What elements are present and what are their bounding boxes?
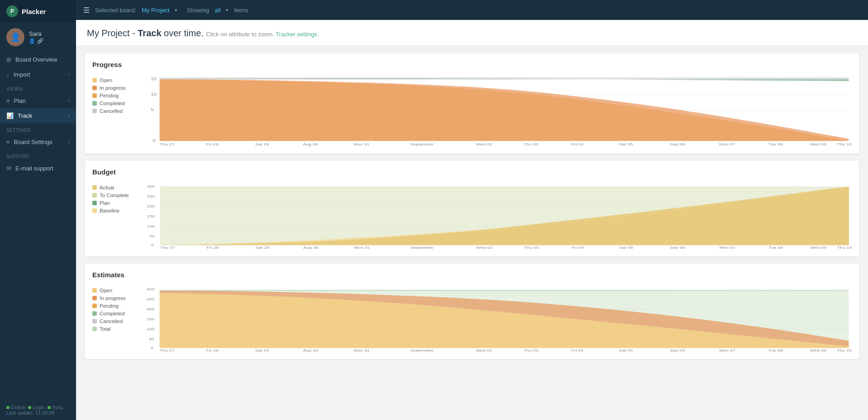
svg-text:Thu 10: Thu 10 [837, 246, 852, 249]
svg-text:Mon 31: Mon 31 [353, 142, 369, 146]
sidebar-item-track[interactable]: 📊 Track ‹ [0, 108, 76, 123]
plan-dot [92, 201, 97, 205]
open-label: Open [100, 77, 112, 83]
content-area: My Project - Track over time. Click on a… [76, 20, 868, 420]
sidebar: P Placker 👤 Sara 👤 🔗 ⊞ Board Overview ↓ … [0, 0, 76, 420]
svg-text:Tue 08: Tue 08 [768, 246, 782, 249]
legend-baseline: Baseline [92, 208, 129, 213]
svg-text:200: 200 [147, 307, 155, 311]
svg-text:Wed 09: Wed 09 [810, 348, 826, 352]
user-profile: 👤 Sara 👤 🔗 [0, 23, 76, 52]
progress-chart-card: Progress Open In progress Pe [85, 53, 859, 154]
inprogress-dot [92, 86, 97, 90]
progress-chart-body: Open In progress Pending Completed [92, 74, 852, 146]
est-legend-cancelled: Cancelled [92, 319, 129, 324]
tocomplete-dot [92, 193, 97, 198]
baseline-label: Baseline [100, 208, 119, 213]
svg-text:Sat 29: Sat 29 [255, 348, 269, 352]
sidebar-item-email-support[interactable]: ✉ E-mail support [0, 161, 76, 176]
progress-chart-area[interactable]: 15 10 5 0 [136, 74, 852, 146]
est-open-label: Open [100, 288, 112, 293]
svg-text:Fri 28: Fri 28 [206, 142, 219, 146]
legend-open: Open [92, 77, 129, 83]
svg-text:Thu 10: Thu 10 [837, 142, 852, 146]
est-inprogress-dot [92, 296, 97, 300]
svg-text:Sep 06: Sep 06 [670, 246, 685, 249]
legend-plan: Plan [92, 200, 129, 206]
sidebar-item-board-settings[interactable]: ≡ Board Settings ‹ [0, 135, 76, 150]
est-cancelled-dot [92, 319, 97, 323]
last-update: Last update: 11:30:08 [6, 410, 70, 415]
progress-chart-title: Progress [92, 61, 852, 68]
svg-text:Thu 03: Thu 03 [524, 348, 539, 352]
est-total-label: Total [100, 326, 110, 332]
settings-icon: ≡ [6, 139, 10, 145]
estimates-chart-body: Open In progress Pending Completed [92, 284, 852, 352]
track-icon: 📊 [6, 112, 14, 119]
svg-text:Tue 08: Tue 08 [768, 348, 782, 352]
svg-text:300: 300 [147, 184, 155, 188]
svg-text:Sep 06: Sep 06 [670, 142, 685, 146]
budget-legend: Actual To Complete Plan Baseline [92, 181, 129, 249]
svg-text:Thu 27: Thu 27 [160, 246, 175, 249]
page-title: My Project - Track over time. Click on a… [87, 28, 857, 39]
sidebar-label-import: Import [14, 71, 30, 78]
chevron-right-icon: ‹ [68, 72, 70, 77]
svg-text:100: 100 [147, 224, 155, 228]
budget-chart-title: Budget [92, 168, 852, 176]
actual-dot [92, 185, 97, 190]
svg-text:Fri 28: Fri 28 [206, 246, 219, 249]
completed-label: Completed [100, 101, 125, 106]
sidebar-item-import[interactable]: ↓ Import ‹ [0, 67, 76, 82]
svg-text:Sat 05: Sat 05 [619, 246, 633, 249]
budget-chart-area[interactable]: 300 250 200 150 100 50 0 [136, 181, 852, 249]
topbar: ☰ Selected board: My Project ▾ Showing a… [76, 0, 868, 20]
sidebar-footer: Online: Login: Sync: Last update: 11:30:… [0, 400, 76, 420]
svg-text:Thu 27: Thu 27 [160, 348, 175, 352]
page-subtitle: Click on attribute to zoom. Tracker sett… [206, 31, 319, 38]
svg-text:Mon 07: Mon 07 [719, 142, 735, 146]
svg-text:Sep 06: Sep 06 [670, 348, 685, 352]
svg-text:Fri 04: Fri 04 [572, 246, 584, 249]
svg-text:Sat 29: Sat 29 [255, 142, 269, 146]
legend-cancelled: Cancelled [92, 108, 129, 114]
svg-text:0: 0 [151, 346, 153, 350]
board-arrow-icon[interactable]: ▾ [175, 7, 177, 13]
tracker-settings-link[interactable]: Tracker settings. [276, 31, 319, 38]
page-title-prefix: My Project - [87, 28, 138, 38]
showing-arrow-icon[interactable]: ▾ [226, 7, 229, 13]
estimates-chart-area[interactable]: 300 250 200 150 100 50 0 [136, 284, 852, 352]
svg-text:September: September [410, 142, 434, 146]
board-name[interactable]: My Project [142, 7, 169, 14]
sidebar-label-email-support: E-mail support [15, 165, 53, 172]
svg-text:Aug 30: Aug 30 [303, 142, 318, 146]
showing-value[interactable]: all [215, 7, 220, 14]
svg-text:Sat 29: Sat 29 [255, 246, 269, 249]
app-logo: P [6, 5, 18, 17]
svg-text:September: September [410, 246, 434, 249]
svg-text:15: 15 [151, 76, 157, 81]
online-dot [48, 406, 51, 409]
charts-container: Progress Open In progress Pe [76, 46, 868, 367]
import-icon: ↓ [6, 71, 10, 78]
svg-text:Thu 10: Thu 10 [837, 348, 852, 352]
legend-inprogress: In progress [92, 85, 129, 91]
svg-text:Fri 04: Fri 04 [571, 142, 583, 146]
budget-svg: 300 250 200 150 100 50 0 [136, 181, 852, 249]
menu-icon[interactable]: ☰ [83, 6, 90, 14]
svg-text:250: 250 [147, 194, 155, 198]
pending-dot [92, 93, 97, 98]
estimates-chart-title: Estimates [92, 271, 852, 279]
page-title-bar: My Project - Track over time. Click on a… [76, 20, 868, 46]
sidebar-header: P Placker [0, 0, 76, 23]
chevron-right-icon-settings: ‹ [68, 140, 70, 145]
svg-text:50: 50 [149, 234, 155, 238]
items-label: items [234, 7, 248, 14]
sidebar-item-board-overview[interactable]: ⊞ Board Overview [0, 52, 76, 67]
online-status: Online: Login: Sync: [6, 405, 70, 410]
svg-text:Mon 07: Mon 07 [719, 348, 735, 352]
legend-pending: Pending [92, 93, 129, 98]
svg-text:Wed 09: Wed 09 [810, 142, 826, 146]
sidebar-item-plan[interactable]: ≡ Plan ‹ [0, 93, 76, 108]
estimates-chart-card: Estimates Open In progress P [85, 264, 859, 359]
